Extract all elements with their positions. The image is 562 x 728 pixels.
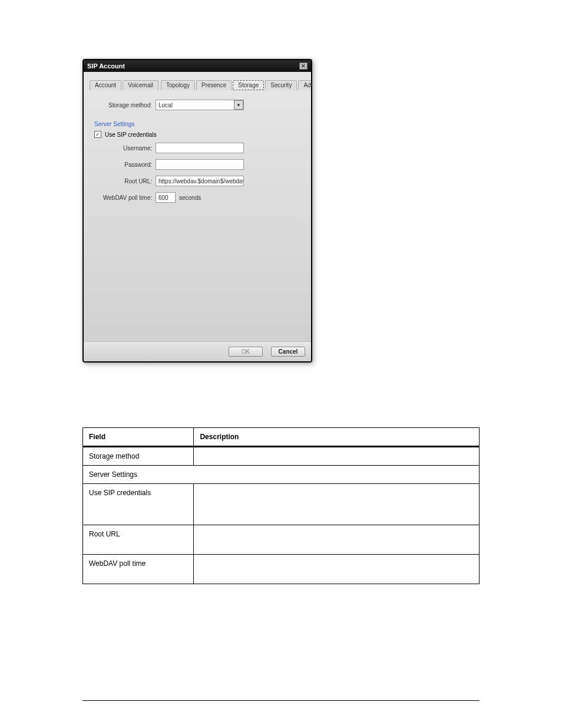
dialog-button-bar: OK Cancel [84,341,311,361]
server-settings-group: Server Settings ✓ Use SIP credentials Us… [94,116,300,203]
table-row: Root URL [83,525,480,555]
cancel-button[interactable]: Cancel [271,347,305,357]
storage-method-value: Local [156,102,234,108]
cell-desc [194,555,480,584]
cell-desc [194,484,480,525]
dialog-title: SIP Account [87,62,125,70]
cell-field: WebDAV poll time [83,555,194,584]
username-label: Username: [94,145,156,151]
storage-method-label: Storage method: [94,102,156,108]
page-footer-rule [82,700,480,701]
cell-field: Root URL [83,525,194,555]
password-label: Password: [94,162,156,168]
table-header-description: Description [194,428,480,447]
tab-body: Storage method: Local ▼ Server Settings … [84,94,311,341]
tab-security[interactable]: Security [265,80,297,90]
server-settings-legend: Server Settings [94,121,300,127]
table-header-field: Field [83,428,194,447]
storage-method-select[interactable]: Local ▼ [156,100,244,110]
tab-topology[interactable]: Topology [161,80,195,90]
table-row: Server Settings [83,466,480,484]
use-sip-credentials-label: Use SIP credentials [105,131,157,138]
fields-table: Field Description Storage method Server … [82,427,480,584]
cell-field: Use SIP credentials [83,484,194,525]
username-field[interactable] [156,143,244,153]
sip-account-dialog: SIP Account ✕ Account Voicemail Topology… [82,59,312,363]
cell-field: Storage method [83,447,194,466]
dialog-titlebar[interactable]: SIP Account ✕ [84,60,311,72]
tab-advanced[interactable]: Advanced [298,80,312,90]
ok-button[interactable]: OK [229,347,263,357]
table-row: Use SIP credentials [83,484,480,525]
password-field[interactable] [156,159,244,170]
use-sip-credentials-checkbox[interactable]: ✓ [94,131,101,138]
webdav-poll-time-unit: seconds [179,195,201,201]
tab-strip: Account Voicemail Topology Presence Stor… [84,72,311,94]
table-row: Storage method [83,447,480,466]
webdav-poll-time-label: WebDAV poll time: [94,195,156,201]
table-row: WebDAV poll time [83,555,480,584]
cell-desc [194,447,480,466]
root-url-field[interactable]: https://webdav.$domain$/webdav/$use [156,176,244,186]
cell-span: Server Settings [83,466,480,484]
close-icon[interactable]: ✕ [299,62,308,70]
tab-storage[interactable]: Storage [233,80,264,90]
cell-desc [194,525,480,555]
root-url-label: Root URL: [94,178,156,185]
tab-voicemail[interactable]: Voicemail [123,80,158,90]
webdav-poll-time-field[interactable]: 600 [156,192,176,203]
chevron-down-icon[interactable]: ▼ [234,100,243,110]
tab-presence[interactable]: Presence [196,80,232,90]
tab-account[interactable]: Account [90,80,121,90]
